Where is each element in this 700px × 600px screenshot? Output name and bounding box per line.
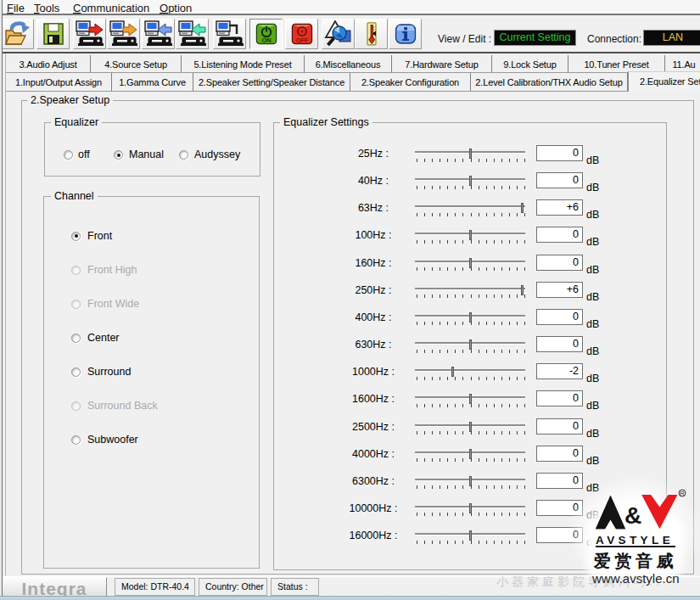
svg-text:R: R (680, 490, 685, 497)
svg-text:ON: ON (261, 36, 271, 44)
svg-text:OFF: OFF (296, 37, 309, 43)
svg-text:&: & (624, 502, 641, 529)
